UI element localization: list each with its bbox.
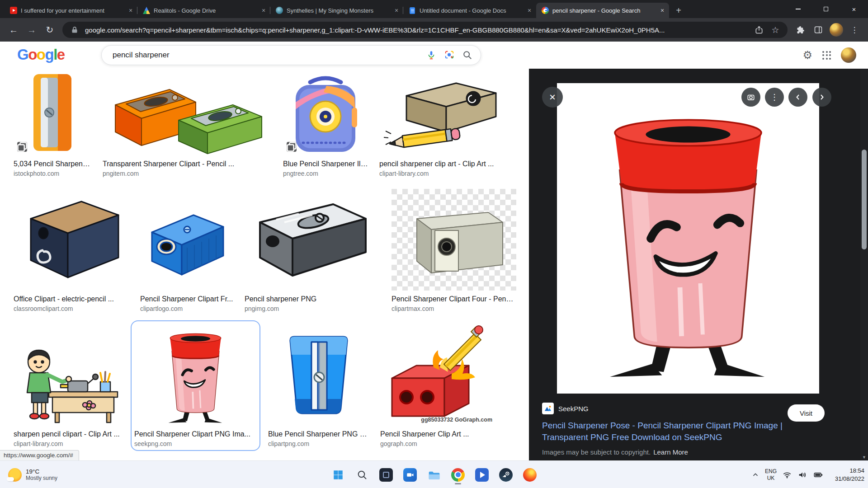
result-title[interactable]: Pencil sharpener PNG: [245, 295, 380, 303]
result-thumbnail[interactable]: gg85033732 GoGraph.com: [380, 324, 497, 426]
url-bar[interactable]: google.com/search?q=pencil+sharpener&tbm…: [62, 22, 788, 38]
result-thumbnail[interactable]: [245, 189, 380, 291]
tab-my-singing-monsters[interactable]: Synthelles | My Singing Monsters ×: [270, 3, 403, 18]
wifi-icon[interactable]: [782, 470, 792, 480]
account-avatar[interactable]: [841, 47, 856, 63]
image-result[interactable]: pencil sharpener clip art - Clip Art ...…: [379, 70, 515, 177]
preview-more-options-icon[interactable]: ⋮: [765, 88, 784, 107]
result-thumbnail[interactable]: [283, 70, 368, 155]
tab-youtube[interactable]: I suffered for your entertainment ×: [5, 3, 137, 18]
collection-badge-icon: [17, 142, 27, 152]
maximize-button[interactable]: [812, 0, 840, 18]
google-apps-grid-icon[interactable]: [822, 51, 831, 60]
result-title[interactable]: Blue Pencil Sharpener Ill...: [283, 160, 368, 168]
extensions-puzzle-icon[interactable]: [791, 21, 809, 39]
search-input[interactable]: [113, 51, 419, 60]
result-thumbnail[interactable]: [134, 324, 257, 426]
taskbar-weather-widget[interactable]: 19°C Mostly sunny: [5, 461, 61, 488]
result-title[interactable]: sharpen pencil clipart - Clip Art ...: [14, 430, 123, 438]
settings-gear-icon[interactable]: ⚙: [802, 50, 812, 61]
tab-close-icon[interactable]: ×: [525, 6, 533, 14]
image-result[interactable]: Pencil sharpener PNGpngimg.com: [245, 189, 380, 312]
tab-google-search-active[interactable]: pencil sharpener - Google Search ×: [536, 3, 669, 18]
search-box[interactable]: [101, 45, 481, 65]
file-explorer-icon[interactable]: [425, 465, 443, 485]
tab-google-drive[interactable]: Realitols - Google Drive ×: [137, 3, 270, 18]
firefox-icon[interactable]: [521, 465, 539, 485]
taskbar-clock[interactable]: 18:54 31/08/2022: [829, 467, 864, 483]
result-title[interactable]: Office Clipart - electric-pencil ...: [14, 295, 129, 303]
bookmark-star-icon[interactable]: ☆: [769, 24, 781, 36]
scrollbar-down-arrow-icon[interactable]: ▼: [860, 455, 868, 460]
preview-source[interactable]: SeekPNG: [542, 403, 589, 414]
camera-app-icon[interactable]: [401, 465, 419, 485]
forward-button[interactable]: →: [23, 21, 41, 39]
taskbar-search-icon[interactable]: [353, 465, 371, 485]
preview-image[interactable]: [557, 83, 819, 394]
start-button[interactable]: [329, 465, 347, 485]
image-result[interactable]: Transparent Sharpener Clipart - Pencil .…: [103, 70, 272, 177]
result-title[interactable]: 5,034 Pencil Sharpener...: [14, 160, 91, 168]
reload-button[interactable]: ↻: [41, 21, 59, 39]
side-panel-icon[interactable]: [809, 21, 827, 39]
battery-icon[interactable]: [813, 470, 824, 480]
close-window-button[interactable]: ×: [840, 0, 868, 18]
result-title[interactable]: Pencil Sharpener Clipart Four - Penci...: [392, 295, 516, 303]
result-thumbnail[interactable]: [14, 189, 129, 291]
result-thumbnail[interactable]: [268, 324, 369, 426]
tab-close-icon[interactable]: ×: [127, 6, 135, 14]
learn-more-link[interactable]: Learn More: [653, 448, 688, 456]
volume-icon[interactable]: [797, 470, 807, 480]
back-button[interactable]: ←: [5, 21, 23, 39]
voice-search-mic-icon[interactable]: [425, 49, 437, 61]
image-result[interactable]: Blue Pencil Sharpener Ill...pngtree.com: [283, 70, 368, 177]
result-thumbnail[interactable]: [140, 189, 233, 291]
hidden-icons-chevron-icon[interactable]: [751, 471, 760, 479]
result-title[interactable]: Pencil Sharpener Clip Art ...: [380, 430, 497, 438]
result-thumbnail[interactable]: [379, 70, 515, 155]
result-title[interactable]: pencil sharpener clip art - Clip Art ...: [379, 160, 515, 168]
dark-app-icon[interactable]: [377, 465, 395, 485]
steam-icon[interactable]: [497, 465, 515, 485]
google-logo[interactable]: Google: [17, 46, 65, 63]
next-image-chevron-icon[interactable]: [812, 88, 831, 107]
image-result[interactable]: Office Clipart - electric-pencil ...clas…: [14, 189, 129, 312]
image-result[interactable]: gg85033732 GoGraph.com Pencil Sharpener …: [380, 324, 497, 447]
search-inside-image-lens-icon[interactable]: [741, 88, 760, 107]
scrollbar-thumb[interactable]: [862, 150, 867, 249]
result-title[interactable]: Pencil Sharpener Clipart PNG Ima...: [134, 430, 257, 438]
minimize-button[interactable]: [784, 0, 812, 18]
tab-close-icon[interactable]: ×: [392, 6, 401, 14]
chrome-icon[interactable]: [449, 465, 467, 485]
tab-close-icon[interactable]: ×: [259, 6, 268, 14]
tab-close-icon[interactable]: ×: [658, 6, 666, 14]
result-thumbnail[interactable]: [14, 70, 91, 155]
page-scrollbar[interactable]: ▲ ▼: [860, 42, 868, 460]
share-icon[interactable]: [753, 24, 765, 36]
google-lens-icon[interactable]: [443, 49, 455, 61]
image-result[interactable]: Blue Pencil Sharpener PNG Cli...clipartp…: [268, 324, 369, 447]
visit-button[interactable]: Visit: [788, 404, 825, 422]
image-result[interactable]: 5,034 Pencil Sharpener...istockphoto.com: [14, 70, 91, 177]
tab-google-docs[interactable]: Untitled document - Google Docs ×: [403, 3, 536, 18]
preview-title-link[interactable]: Pencil Sharpener Pose - Pencil Sharpener…: [542, 420, 795, 443]
result-thumbnail[interactable]: [392, 189, 516, 291]
result-thumbnail[interactable]: [14, 324, 123, 426]
image-result[interactable]: Pencil Sharpener Clipart Four - Penci...…: [392, 189, 516, 312]
browser-menu-icon[interactable]: ⋮: [845, 21, 863, 39]
media-player-app-icon[interactable]: [473, 465, 491, 485]
site-info-lock-icon[interactable]: [69, 24, 80, 36]
new-tab-button[interactable]: +: [672, 4, 685, 17]
previous-image-chevron-icon[interactable]: [788, 88, 807, 107]
image-result[interactable]: Pencil Sharpener Clipart Fr...clipartlog…: [140, 189, 233, 312]
close-preview-icon[interactable]: ×: [542, 87, 563, 108]
profile-avatar[interactable]: [827, 21, 845, 39]
result-title[interactable]: Transparent Sharpener Clipart - Pencil .…: [103, 160, 272, 168]
result-title[interactable]: Pencil Sharpener Clipart Fr...: [140, 295, 233, 303]
result-title[interactable]: Blue Pencil Sharpener PNG Cli...: [268, 430, 369, 438]
image-result-selected[interactable]: Pencil Sharpener Clipart PNG Ima...seekp…: [134, 324, 257, 447]
language-indicator[interactable]: ENG UK: [765, 468, 777, 482]
result-thumbnail[interactable]: [103, 70, 272, 155]
image-result[interactable]: sharpen pencil clipart - Clip Art ...cli…: [14, 324, 123, 447]
search-icon[interactable]: [462, 49, 473, 61]
